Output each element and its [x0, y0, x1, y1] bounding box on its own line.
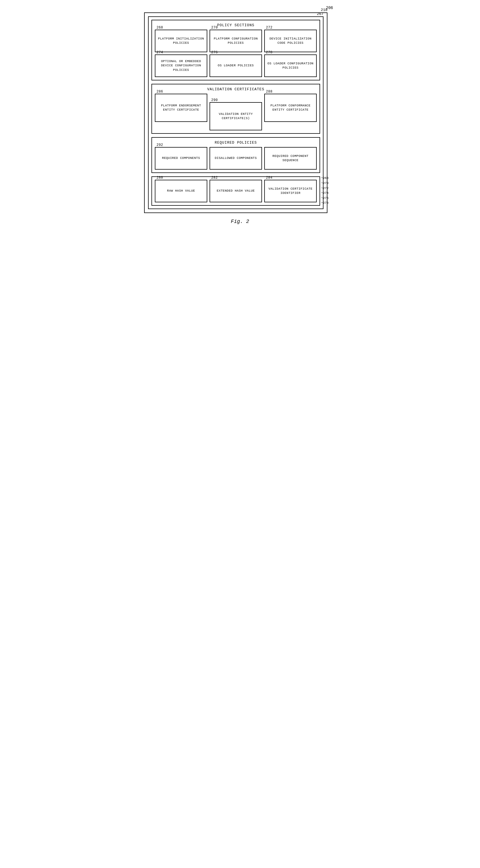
side-ref-274: ~274 — [321, 191, 328, 196]
policy-row2: 274 OPTIONAL OR EMBEDDED DEVICE CONFIGUR… — [155, 55, 317, 77]
raw-hash-cell: 280 RAW HASH VALUE — [155, 180, 207, 202]
os-loader-policies-cell: 276 OS LOADER POLICIES — [210, 55, 262, 77]
side-ref-270: ~270 — [321, 181, 328, 186]
platform-conformance-cell: 288 PLATFORM CONFORMANCE ENTITY CERTIFIC… — [264, 94, 317, 122]
cert-grid: 286 PLATFORM ENDORSEMENT ENTITY CERTIFIC… — [155, 94, 317, 130]
validation-cert-id-cell: 284 VALIDATION CERTIFICATE IDENTIFIER — [264, 180, 317, 202]
policy-sections-title: POLICY SECTIONS — [155, 23, 317, 27]
ref-280: 280 — [157, 176, 163, 180]
platform-init-policies-label: PLATFORM INITIALIZATION POLICIES — [158, 37, 204, 45]
platform-endorsement-cell: 286 PLATFORM ENDORSEMENT ENTITY CERTIFIC… — [155, 94, 207, 122]
required-policies-title: REQUIRED POLICIES — [155, 141, 317, 145]
ref-274: 274 — [157, 50, 163, 55]
cert-right-area: 288 PLATFORM CONFORMANCE ENTITY CERTIFIC… — [264, 94, 317, 122]
cert-center-area: 290 VALIDATION ENTITY CERTIFICATE(S) — [210, 94, 262, 130]
ref-290: 290 — [211, 98, 218, 103]
extended-hash-label: EXTENDED HASH VALUE — [217, 189, 255, 193]
ref-286: 286 — [157, 89, 163, 94]
side-ref-268: ~268 — [321, 176, 328, 181]
validation-cert-id-label: VALIDATION CERTIFICATE IDENTIFIER — [267, 187, 314, 195]
validation-entity-label: VALIDATION ENTITY CERTIFICATE(S) — [212, 112, 259, 121]
ref-282: 282 — [211, 176, 218, 180]
os-loader-policies-label: OS LOADER POLICIES — [218, 63, 254, 68]
device-init-code-policies-cell: 272 DEVICE INITIALIZATION CODE POLICIES — [264, 30, 317, 52]
required-policies-grid: 292 REQUIRED COMPONENTS DISALLOWED COMPO… — [155, 147, 317, 169]
bottom-row-grid: 280 RAW HASH VALUE 282 EXTENDED HASH VAL… — [155, 180, 317, 202]
side-ref-272: ~272 — [321, 186, 328, 191]
os-loader-config-policies-label: OS LOADER CONFIGURATION POLICIES — [267, 62, 314, 70]
required-component-sequence-cell: REQUIRED COMPONENT SEQUENCE — [264, 147, 317, 169]
side-ref-276: ~276 — [321, 196, 328, 201]
required-policies-container: REQUIRED POLICIES 292 REQUIRED COMPONENT… — [152, 137, 320, 173]
ref-267: 267 — [317, 12, 323, 16]
validation-cert-container: VALIDATION CERTIFICATES 286 PLATFORM END… — [152, 84, 320, 134]
ref-270: 270 — [211, 25, 218, 30]
disallowed-components-cell: DISALLOWED COMPONENTS — [210, 147, 262, 169]
ref-292: 292 — [157, 143, 163, 148]
validation-cert-title: VALIDATION CERTIFICATES — [155, 87, 317, 91]
ref-218: 218 — [321, 8, 327, 12]
optional-embedded-device-label: OPTIONAL OR EMBEDDED DEVICE CONFIGURATIO… — [158, 59, 204, 72]
ref-278: 278 — [266, 50, 273, 55]
required-components-label: REQUIRED COMPONENTS — [162, 156, 200, 160]
cert-left-area: 286 PLATFORM ENDORSEMENT ENTITY CERTIFIC… — [155, 94, 207, 122]
ref-288: 288 — [266, 89, 273, 94]
platform-endorsement-label: PLATFORM ENDORSEMENT ENTITY CERTIFICATE — [158, 103, 204, 112]
platform-config-policies-cell: 270 PLATFORM CONFIGURATION POLICIES — [210, 30, 262, 52]
side-refs: ~268 ~270 ~272 ~274 ~276 ~278 — [321, 176, 328, 206]
side-ref-278: ~278 — [321, 200, 328, 206]
validation-entity-cell: 290 VALIDATION ENTITY CERTIFICATE(S) — [210, 102, 262, 130]
platform-conformance-label: PLATFORM CONFORMANCE ENTITY CERTIFICATE — [267, 103, 314, 112]
policy-row1: 268 PLATFORM INITIALIZATION POLICIES 270… — [155, 30, 317, 52]
ref-276: 276 — [211, 50, 218, 55]
page: 206 218 267 POLICY SECTIONS 268 PLATFORM… — [144, 6, 336, 344]
raw-hash-label: RAW HASH VALUE — [167, 189, 195, 193]
ref-284: 284 — [266, 176, 273, 180]
bottom-row-container: 280 RAW HASH VALUE 282 EXTENDED HASH VAL… — [152, 176, 320, 206]
disallowed-components-label: DISALLOWED COMPONENTS — [215, 156, 257, 160]
extended-hash-cell: 282 EXTENDED HASH VALUE — [210, 180, 262, 202]
required-component-sequence-label: REQUIRED COMPONENT SEQUENCE — [267, 154, 314, 163]
outer-box: 218 267 POLICY SECTIONS 268 PLATFORM INI… — [144, 12, 327, 213]
inner-box: 267 POLICY SECTIONS 268 PLATFORM INITIAL… — [148, 17, 323, 209]
os-loader-config-policies-cell: 278 OS LOADER CONFIGURATION POLICIES — [264, 55, 317, 77]
device-init-code-policies-label: DEVICE INITIALIZATION CODE POLICIES — [267, 37, 314, 45]
policy-sections-container: POLICY SECTIONS 268 PLATFORM INITIALIZAT… — [152, 20, 320, 81]
required-components-cell: 292 REQUIRED COMPONENTS — [155, 147, 207, 169]
platform-init-policies-cell: 268 PLATFORM INITIALIZATION POLICIES — [155, 30, 207, 52]
ref-272: 272 — [266, 25, 273, 30]
optional-embedded-device-cell: 274 OPTIONAL OR EMBEDDED DEVICE CONFIGUR… — [155, 55, 207, 77]
figure-caption: Fig. 2 — [144, 219, 336, 224]
platform-config-policies-label: PLATFORM CONFIGURATION POLICIES — [212, 37, 259, 45]
ref-268a: 268 — [157, 25, 163, 30]
